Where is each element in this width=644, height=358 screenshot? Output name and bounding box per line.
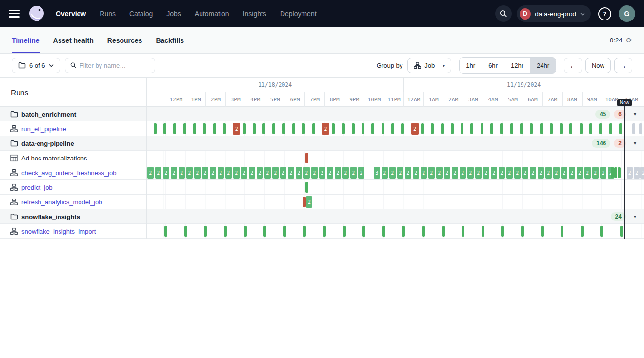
run-bar-success[interactable]: 2 — [569, 167, 575, 179]
success-count-badge[interactable]: 146 — [592, 139, 610, 148]
run-bar-success[interactable]: 2 — [233, 167, 240, 179]
run-bar-success[interactable] — [618, 167, 621, 178]
run-bar-success[interactable]: 2 — [491, 167, 497, 179]
run-bar-success[interactable] — [204, 226, 207, 237]
hamburger-menu-icon[interactable] — [9, 10, 20, 18]
run-bar-success[interactable] — [183, 123, 186, 134]
run-bar-success[interactable] — [461, 123, 463, 134]
run-bar-success[interactable] — [510, 123, 513, 134]
run-bar-success[interactable] — [164, 226, 167, 237]
run-bar-success[interactable] — [442, 226, 445, 237]
run-bar-success[interactable]: 2 — [499, 167, 505, 179]
run-bar-success[interactable] — [451, 123, 454, 134]
run-bar-success[interactable]: 2 — [241, 167, 247, 179]
range-6hr[interactable]: 6hr — [482, 58, 504, 73]
run-bar-success[interactable] — [599, 123, 602, 134]
tab-timeline[interactable]: Timeline — [12, 27, 40, 53]
run-bar-success[interactable] — [620, 226, 623, 237]
run-bar-success[interactable] — [223, 123, 226, 134]
run-bar-future[interactable]: 2 — [640, 167, 644, 179]
run-bar-success[interactable] — [154, 123, 157, 134]
run-bar-success[interactable] — [305, 182, 308, 193]
expand-caret-icon[interactable]: ▾ — [634, 214, 636, 219]
run-bar-success[interactable]: 2 — [522, 167, 528, 179]
run-bar-success[interactable]: 2 — [538, 167, 544, 179]
run-bar-success[interactable] — [581, 226, 584, 237]
run-bar-failure[interactable]: 2 — [322, 123, 329, 135]
run-bar-failure[interactable] — [305, 153, 308, 163]
run-bar-success[interactable] — [312, 123, 315, 134]
run-bar-success[interactable]: 2 — [577, 167, 583, 179]
run-bar-success[interactable] — [470, 123, 473, 134]
run-bar-failure[interactable] — [303, 197, 306, 207]
run-bar-success[interactable]: 2 — [460, 167, 466, 179]
run-bar-success[interactable] — [173, 123, 176, 134]
run-bar-success[interactable]: 2 — [327, 167, 333, 179]
run-bar-future[interactable] — [632, 123, 635, 134]
run-bar-success[interactable] — [302, 123, 305, 134]
run-bar-success[interactable]: 2 — [210, 167, 216, 179]
run-bar-success[interactable] — [382, 123, 384, 134]
run-bar-success[interactable]: 2 — [179, 167, 185, 179]
run-bar-failure[interactable]: 2 — [411, 123, 419, 135]
run-bar-success[interactable] — [580, 123, 583, 134]
run-bar-success[interactable] — [530, 123, 533, 134]
run-bar-success[interactable]: 2 — [553, 167, 560, 179]
run-bar-success[interactable]: 2 — [545, 167, 552, 179]
timeline-next-button[interactable]: → — [614, 58, 632, 73]
run-bar-success[interactable]: 3 — [374, 167, 380, 179]
run-bar-success[interactable] — [263, 226, 266, 237]
name-filter-input[interactable] — [80, 62, 151, 69]
run-bar-success[interactable] — [462, 226, 464, 237]
run-bar-success[interactable]: 2 — [335, 167, 341, 179]
run-bar-success[interactable] — [402, 226, 405, 237]
repo-scope-dropdown[interactable]: 6 of 6 — [12, 58, 60, 73]
run-bar-success[interactable] — [481, 123, 483, 134]
run-bar-success[interactable]: 2 — [506, 167, 513, 179]
run-bar-success[interactable] — [244, 226, 247, 237]
run-bar-success[interactable]: 2 — [421, 167, 427, 179]
tab-asset-health[interactable]: Asset health — [53, 27, 94, 53]
run-bar-success[interactable] — [540, 123, 543, 134]
run-bar-success[interactable]: 2 — [257, 167, 263, 179]
run-bar-future[interactable]: 2 — [627, 167, 633, 179]
timeline-now-button[interactable]: Now — [585, 58, 611, 73]
run-bar-success[interactable] — [272, 123, 275, 134]
run-bar-success[interactable]: 2 — [342, 167, 349, 179]
timeline-prev-button[interactable]: ← — [564, 58, 582, 73]
run-bar-success[interactable]: 2 — [264, 167, 271, 179]
run-bar-success[interactable] — [163, 123, 166, 134]
run-bar-success[interactable] — [500, 123, 503, 134]
run-bar-success[interactable] — [550, 123, 553, 134]
run-bar-success[interactable]: 2 — [194, 167, 201, 179]
run-bar-success[interactable]: 2 — [600, 167, 606, 179]
dagster-logo-icon[interactable] — [27, 4, 46, 23]
nav-item-overview[interactable]: Overview — [56, 10, 86, 18]
run-bar-success[interactable]: 2 — [382, 167, 388, 179]
run-bar-success[interactable]: 2 — [202, 167, 208, 179]
run-bar-success[interactable] — [391, 123, 394, 134]
expand-caret-icon[interactable]: ▾ — [634, 111, 636, 117]
run-bar-success[interactable] — [589, 123, 592, 134]
run-bar-success[interactable]: 2 — [280, 167, 286, 179]
run-bar-success[interactable] — [224, 226, 227, 237]
run-bar-success[interactable] — [303, 226, 306, 237]
run-bar-success[interactable]: 2 — [306, 196, 312, 208]
refresh-icon[interactable]: ⟳ — [626, 36, 632, 45]
job-link-refresh-analytics-model-job[interactable]: refresh_analytics_model_job — [21, 198, 102, 205]
run-bar-success[interactable] — [362, 123, 364, 134]
run-bar-success[interactable] — [569, 123, 572, 134]
run-bar-success[interactable]: 2 — [405, 167, 411, 179]
run-bar-success[interactable]: 2 — [272, 167, 279, 179]
range-24hr[interactable]: 24hr — [530, 58, 556, 73]
run-bar-success[interactable] — [560, 123, 563, 134]
run-bar-success[interactable] — [292, 123, 295, 134]
nav-item-catalog[interactable]: Catalog — [129, 10, 153, 18]
run-bar-success[interactable]: 2 — [186, 167, 193, 179]
run-bar-success[interactable]: 2 — [467, 167, 474, 179]
nav-item-automation[interactable]: Automation — [195, 10, 229, 18]
run-bar-success[interactable] — [332, 123, 335, 134]
nav-item-runs[interactable]: Runs — [100, 10, 116, 18]
run-bar-future[interactable] — [639, 123, 642, 134]
run-bar-success[interactable]: 2 — [288, 167, 294, 179]
